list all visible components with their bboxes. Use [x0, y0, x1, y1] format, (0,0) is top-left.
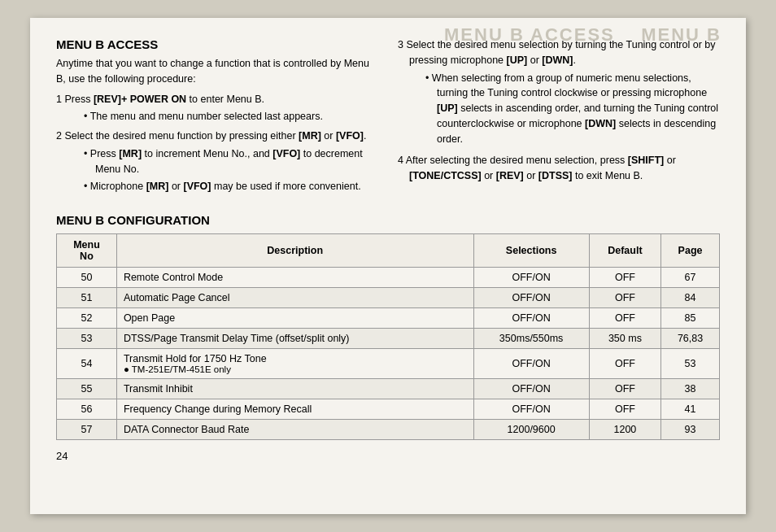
right-step-4: 4 After selecting the desired menu selec…	[398, 153, 720, 184]
cell-page: 85	[661, 308, 720, 329]
step-4-number: 4	[398, 155, 406, 166]
config-section-title: MENU B CONFIGURATION	[56, 213, 720, 227]
table-row: 51Automatic Page CancelOFF/ONOFF84	[57, 288, 720, 308]
left-section-intro: Anytime that you want to change a functi…	[56, 56, 378, 87]
col-header-selections: Selections	[473, 234, 589, 268]
left-step-1: 1 Press [REV]+ POWER ON to enter Menu B.…	[56, 92, 378, 125]
cell-menu-no: 52	[57, 308, 117, 329]
cell-page: 67	[661, 268, 720, 288]
cell-default: OFF	[589, 349, 660, 379]
cell-selections: OFF/ON	[473, 288, 589, 308]
cell-description: DTSS/Page Transmit Delay Time (offset/sp…	[116, 329, 473, 349]
table-row: 55Transmit InhibitOFF/ONOFF38	[57, 379, 720, 399]
step-2-bullet-2: Microphone [MR] or [VFO] may be used if …	[84, 179, 378, 194]
cell-page: 41	[661, 399, 720, 420]
cell-selections: OFF/ON	[473, 379, 589, 399]
step-1-bullet-1: The menu and menu number selected last a…	[84, 109, 378, 124]
right-steps-list: 3 Select the desired menu selection by t…	[398, 37, 720, 184]
cell-description: Automatic Page Cancel	[116, 288, 473, 308]
table-header-row: MenuNo Description Selections Default Pa…	[57, 234, 720, 268]
cell-default: 1200	[589, 420, 660, 440]
cell-selections: OFF/ON	[473, 399, 589, 420]
step-1-bullets: The menu and menu number selected last a…	[68, 109, 378, 124]
top-section: MENU B ACCESS Anytime that you want to c…	[56, 37, 720, 198]
step-2-bullet-1: Press [MR] to increment Menu No., and [V…	[84, 146, 378, 177]
cell-page: 38	[661, 379, 720, 399]
table-row: 50Remote Control ModeOFF/ONOFF67	[57, 268, 720, 288]
cell-default: OFF	[589, 268, 660, 288]
table-row: 52Open PageOFF/ONOFF85	[57, 308, 720, 329]
cell-page: 84	[661, 288, 720, 308]
cell-menu-no: 54	[57, 349, 117, 379]
table-row: 57DATA Connector Baud Rate1200/960012009…	[57, 420, 720, 440]
cell-description: Open Page	[116, 308, 473, 329]
step-3-bullet-1: When selecting from a group of numeric m…	[425, 71, 720, 147]
cell-menu-no: 55	[57, 379, 117, 399]
cell-menu-no: 51	[57, 288, 117, 308]
cell-default: OFF	[589, 379, 660, 399]
cell-menu-no: 50	[57, 268, 117, 288]
cell-description: Remote Control Mode	[116, 268, 473, 288]
cell-description: DATA Connector Baud Rate	[116, 420, 473, 440]
step-1-number: 1	[56, 94, 64, 105]
cell-default: 350 ms	[589, 329, 660, 349]
table-row: 53DTSS/Page Transmit Delay Time (offset/…	[57, 329, 720, 349]
cell-selections: OFF/ON	[473, 349, 589, 379]
table-row: 56Frequency Change during Memory RecallO…	[57, 399, 720, 420]
cell-page: 93	[661, 420, 720, 440]
cell-menu-no: 56	[57, 399, 117, 420]
right-step-3: 3 Select the desired menu selection by t…	[398, 37, 720, 146]
cell-default: OFF	[589, 288, 660, 308]
step-2-bullets: Press [MR] to increment Menu No., and [V…	[68, 146, 378, 194]
col-header-default: Default	[589, 234, 660, 268]
cell-selections: 350ms/550ms	[473, 329, 589, 349]
page-number: 24	[56, 450, 720, 462]
col-header-page: Page	[661, 234, 720, 268]
cell-default: OFF	[589, 308, 660, 329]
table-row: 54Transmit Hold for 1750 Hz Tone● TM-251…	[57, 349, 720, 379]
cell-description: Frequency Change during Memory Recall	[116, 399, 473, 420]
cell-selections: OFF/ON	[473, 268, 589, 288]
manual-page: MENU B ACCESS MENU B MENU B ACCESS Anyti…	[30, 18, 746, 514]
step-2-number: 2	[56, 130, 64, 142]
left-column: MENU B ACCESS Anytime that you want to c…	[56, 37, 378, 198]
left-steps-list: 1 Press [REV]+ POWER ON to enter Menu B.…	[56, 92, 378, 195]
cell-page: 53	[661, 349, 720, 379]
col-header-menu-no: MenuNo	[57, 234, 117, 268]
cell-menu-no: 57	[57, 420, 117, 440]
left-section-title: MENU B ACCESS	[56, 37, 378, 51]
step-3-bullets: When selecting from a group of numeric m…	[409, 71, 720, 147]
cell-page: 76,83	[661, 329, 720, 349]
cell-description: Transmit Hold for 1750 Hz Tone● TM-251E/…	[116, 349, 473, 379]
right-column: 3 Select the desired menu selection by t…	[398, 37, 720, 198]
cell-selections: OFF/ON	[473, 308, 589, 329]
cell-menu-no: 53	[57, 329, 117, 349]
config-table: MenuNo Description Selections Default Pa…	[56, 233, 720, 440]
cell-description: Transmit Inhibit	[116, 379, 473, 399]
col-header-description: Description	[116, 234, 473, 268]
left-step-2: 2 Select the desired menu function by pr…	[56, 129, 378, 194]
cell-default: OFF	[589, 399, 660, 420]
cell-selections: 1200/9600	[473, 420, 589, 440]
step-3-number: 3	[398, 39, 406, 50]
